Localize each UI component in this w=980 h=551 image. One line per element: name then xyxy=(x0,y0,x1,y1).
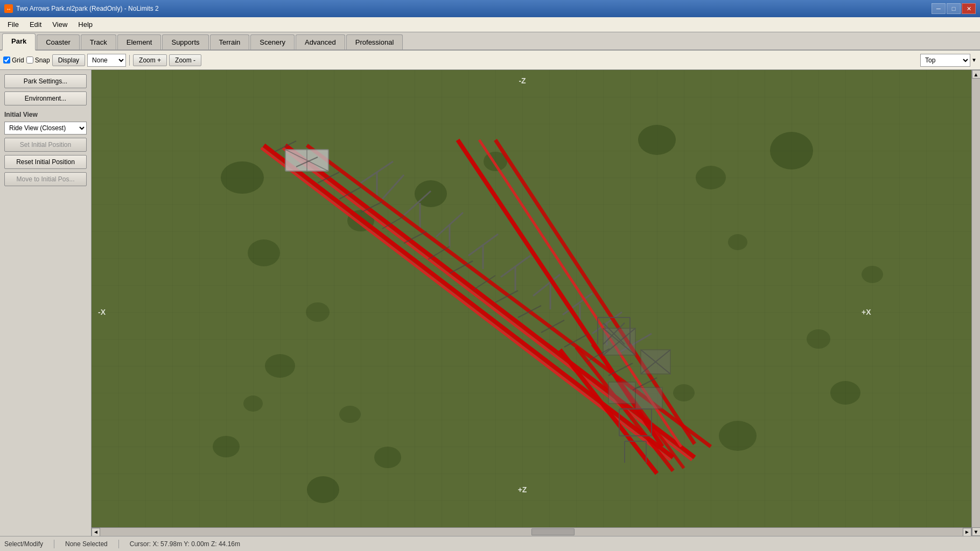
menu-edit[interactable]: Edit xyxy=(24,18,47,31)
status-divider-1 xyxy=(54,540,54,548)
set-initial-position-button[interactable]: Set Initial Position xyxy=(4,138,87,152)
menu-help[interactable]: Help xyxy=(73,18,98,31)
plus-x-label: +X xyxy=(862,308,871,316)
tab-scenery[interactable]: Scenery xyxy=(250,34,295,50)
display-button[interactable]: Display xyxy=(52,54,85,66)
minimize-button[interactable]: ─ xyxy=(932,3,946,14)
sidebar: Park Settings... Environment... Initial … xyxy=(0,70,92,536)
park-settings-button[interactable]: Park Settings... xyxy=(4,74,87,88)
separator-1 xyxy=(129,55,130,66)
vertical-scrollbar: ▲ ▼ xyxy=(971,70,980,536)
vscroll-track[interactable] xyxy=(972,79,980,527)
hscroll-left-arrow[interactable]: ◄ xyxy=(92,528,100,536)
initial-view-label: Initial View xyxy=(4,111,87,118)
menu-view[interactable]: View xyxy=(47,18,73,31)
window-controls: ─ □ ✕ xyxy=(932,3,976,14)
minus-x-label: -X xyxy=(98,308,106,316)
zoom-minus-button[interactable]: Zoom - xyxy=(169,54,201,66)
grid-checkbox-label[interactable]: Grid xyxy=(3,56,24,64)
tab-element[interactable]: Element xyxy=(117,34,162,50)
grid-checkbox[interactable] xyxy=(3,56,10,63)
hscroll-right-arrow[interactable]: ► xyxy=(963,528,971,536)
viewport[interactable]: -Z +Z -X +X ◄ ► xyxy=(92,70,971,536)
titlebar: ↔ Two Arrows Park.nl2park (ReadOnly) - N… xyxy=(0,0,980,17)
menubar: File Edit View Help xyxy=(0,17,980,32)
hscroll-thumb[interactable] xyxy=(531,528,575,535)
view-select-container: Top Front Side Perspective ▼ xyxy=(920,54,977,67)
tab-coaster[interactable]: Coaster xyxy=(37,34,80,50)
view-select[interactable]: Top Front Side Perspective xyxy=(920,54,970,67)
environment-button[interactable]: Environment... xyxy=(4,91,87,105)
tab-park[interactable]: Park xyxy=(2,33,36,51)
toolbar: Grid Snap Display None All Custom Zoom +… xyxy=(0,51,980,70)
move-to-initial-position-button[interactable]: Move to Initial Pos... xyxy=(4,172,87,186)
main-area: Park Settings... Environment... Initial … xyxy=(0,70,980,536)
menu-file[interactable]: File xyxy=(2,18,24,31)
view-dropdown-arrow[interactable]: ▼ xyxy=(971,57,977,63)
statusbar: Select/Modify None Selected Cursor: X: 5… xyxy=(0,536,980,551)
vscroll-up-arrow[interactable]: ▲ xyxy=(972,70,981,79)
tabbar: Park Coaster Track Element Supports Terr… xyxy=(0,32,980,51)
svg-rect-62 xyxy=(635,387,662,409)
svg-rect-22 xyxy=(92,70,971,536)
status-mode: Select/Modify xyxy=(4,540,43,548)
plus-z-label: +Z xyxy=(518,485,527,494)
tab-terrain[interactable]: Terrain xyxy=(210,34,250,50)
status-cursor: Cursor: X: 57.98m Y: 0.00m Z: 44.16m xyxy=(130,540,240,548)
status-divider-2 xyxy=(118,540,119,548)
tab-professional[interactable]: Professional xyxy=(346,34,403,50)
viewport-canvas: -Z +Z -X +X xyxy=(92,70,971,536)
reset-initial-position-button[interactable]: Reset Initial Position xyxy=(4,155,87,169)
svg-rect-61 xyxy=(608,382,635,404)
viewport-and-scrollbar: -Z +Z -X +X ◄ ► xyxy=(92,70,980,536)
snap-label: Snap xyxy=(35,56,50,64)
zoom-plus-button[interactable]: Zoom + xyxy=(133,54,167,66)
app-icon: ↔ xyxy=(4,4,13,13)
viewport-wrapper: -Z +Z -X +X ◄ ► xyxy=(92,70,980,536)
tab-supports[interactable]: Supports xyxy=(162,34,208,50)
window-title: Two Arrows Park.nl2park (ReadOnly) - NoL… xyxy=(16,5,159,12)
maximize-button[interactable]: □ xyxy=(947,3,961,14)
display-select[interactable]: None All Custom xyxy=(87,54,126,67)
vscroll-down-arrow[interactable]: ▼ xyxy=(972,527,981,536)
grid-label: Grid xyxy=(12,56,24,64)
snap-checkbox-label[interactable]: Snap xyxy=(26,56,50,64)
ride-view-select[interactable]: Ride View (Closest) Ride View (First) Wa… xyxy=(4,122,87,135)
horizontal-scrollbar: ◄ ► xyxy=(92,527,971,536)
close-button[interactable]: ✕ xyxy=(962,3,976,14)
status-selection: None Selected xyxy=(65,540,108,548)
snap-checkbox[interactable] xyxy=(26,56,33,63)
hscroll-track[interactable] xyxy=(100,528,963,536)
tab-track[interactable]: Track xyxy=(81,34,116,50)
tab-advanced[interactable]: Advanced xyxy=(296,34,345,50)
minus-z-label: -Z xyxy=(519,76,526,85)
